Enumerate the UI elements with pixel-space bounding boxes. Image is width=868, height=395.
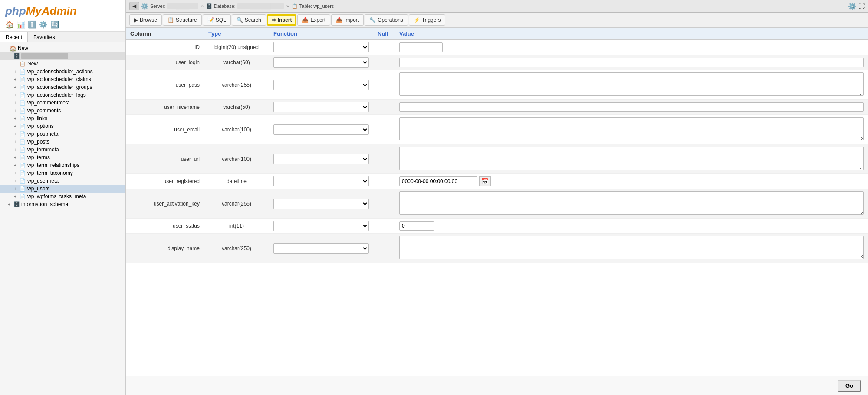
tab-favorites[interactable]: Favorites	[28, 32, 60, 42]
func-select-user_activation_key[interactable]	[273, 199, 369, 209]
table-wp_usermeta[interactable]: + 📄 wp_usermeta	[0, 177, 125, 185]
info-schema-label: information_schema	[21, 201, 68, 207]
topbar-gear-icon[interactable]: ⚙️	[848, 2, 857, 10]
browse-icon: ▶	[134, 17, 138, 23]
sql-button[interactable]: 📝 SQL	[203, 14, 231, 26]
db-icon[interactable]: 📊	[16, 20, 25, 29]
export-button[interactable]: 📤 Export	[297, 14, 330, 26]
type-user_activation_key: varchar(255)	[204, 189, 269, 219]
browse-button[interactable]: ▶ Browse	[129, 14, 162, 26]
table-wp_posts[interactable]: + 📄 wp_posts	[0, 138, 125, 146]
logo: phpMyAdmin	[5, 4, 120, 18]
operations-button[interactable]: 🔧 Operations	[365, 14, 408, 26]
table-wp_users[interactable]: + 📄 wp_users	[0, 185, 125, 193]
tree-information-schema[interactable]: + 🗄️ information_schema	[0, 200, 125, 208]
calendar-button[interactable]: 📅	[479, 176, 491, 186]
expand-info-schema: +	[6, 201, 12, 207]
tree-new-db[interactable]: 📋 New	[0, 60, 125, 68]
search-button[interactable]: 🔍 Search	[232, 14, 266, 26]
expand-new-db	[12, 61, 18, 67]
func-select-user_url[interactable]	[273, 154, 369, 164]
go-button[interactable]: Go	[838, 380, 861, 392]
table-wp_term_taxonomy[interactable]: + 📄 wp_term_taxonomy	[0, 169, 125, 177]
back-button[interactable]: ◀	[129, 2, 139, 10]
table-icon-t13: 📄	[19, 162, 26, 168]
operations-icon: 🔧	[369, 17, 376, 23]
input-user_url[interactable]	[399, 147, 864, 170]
input-display_name[interactable]	[399, 236, 864, 259]
table-wp_termmeta[interactable]: + 📄 wp_termmeta	[0, 146, 125, 153]
input-user_pass[interactable]	[399, 72, 864, 96]
func-select-ID[interactable]	[273, 42, 369, 52]
structure-button[interactable]: 📋 Structure	[163, 14, 202, 26]
input-user_nicename[interactable]	[399, 102, 864, 112]
func-user_login	[269, 55, 373, 70]
func-select-user_pass[interactable]	[273, 80, 369, 90]
import-button[interactable]: 📥 Import	[331, 14, 364, 26]
triggers-button[interactable]: ⚡ Triggers	[409, 14, 446, 26]
sql-icon: 📝	[207, 17, 214, 23]
blurred-db-name: ████████	[21, 53, 68, 59]
table-wp_actionscheduler_actions[interactable]: + 📄 wp_actionscheduler_actions	[0, 68, 125, 75]
input-ID[interactable]	[399, 42, 443, 52]
col-ID: ID	[126, 40, 204, 55]
input-user_email[interactable]	[399, 117, 864, 140]
tab-recent[interactable]: Recent	[0, 32, 28, 42]
table-wp_comments[interactable]: + 📄 wp_comments	[0, 107, 125, 114]
func-select-user_login[interactable]	[273, 57, 369, 68]
col-header-type: Type	[204, 28, 269, 40]
table-wp_actionscheduler_logs[interactable]: + 📄 wp_actionscheduler_logs	[0, 91, 125, 99]
input-user_login[interactable]	[399, 58, 864, 67]
col-user_nicename: user_nicename	[126, 100, 204, 115]
import-icon: 📥	[336, 17, 342, 23]
input-user_status[interactable]	[399, 221, 434, 231]
table-wp_commentmeta[interactable]: + 📄 wp_commentmeta	[0, 99, 125, 107]
tree-new-top[interactable]: 🏠 New	[0, 44, 125, 52]
expand-t7: +	[12, 115, 18, 121]
null-display_name	[373, 234, 395, 263]
topbar-settings-icon[interactable]: ⚙️	[141, 3, 148, 10]
table-icon-t15: 📄	[19, 178, 26, 184]
table-icon-t5: 📄	[19, 100, 26, 106]
table-wp_term_relationships[interactable]: + 📄 wp_term_relationships	[0, 161, 125, 169]
table-label-t2: wp_actionscheduler_claims	[27, 76, 91, 82]
home-icon[interactable]: 🏠	[5, 20, 14, 29]
logo-admin: Admin	[42, 4, 77, 17]
func-select-display_name[interactable]	[273, 243, 369, 254]
table-label-t14: wp_term_taxonomy	[27, 170, 73, 176]
table-icon-t2: 📄	[19, 76, 26, 82]
input-user_registered[interactable]	[399, 176, 477, 186]
func-user_nicename	[269, 100, 373, 115]
expand-t12: +	[12, 154, 18, 160]
col-header-function: Function	[269, 28, 373, 40]
table-wp_actionscheduler_claims[interactable]: + 📄 wp_actionscheduler_claims	[0, 75, 125, 83]
func-select-user_nicename[interactable]	[273, 102, 369, 112]
func-user_pass	[269, 70, 373, 100]
sidebar: phpMyAdmin 🏠 📊 ℹ️ ⚙️ 🔄 Recent Favorites …	[0, 0, 126, 395]
input-user_activation_key[interactable]	[399, 191, 864, 215]
table-wp_actionscheduler_groups[interactable]: + 📄 wp_actionscheduler_groups	[0, 83, 125, 91]
table-wp_links[interactable]: + 📄 wp_links	[0, 114, 125, 122]
refresh-icon[interactable]: 🔄	[50, 20, 59, 29]
info-icon[interactable]: ℹ️	[28, 20, 36, 29]
func-select-user_registered[interactable]	[273, 176, 369, 186]
tree-blurred-db[interactable]: − 🗄️ ████████	[0, 52, 125, 60]
func-select-user_status[interactable]	[273, 221, 369, 231]
table-wp_options[interactable]: + 📄 wp_options	[0, 122, 125, 130]
func-select-user_email[interactable]	[273, 124, 369, 135]
col-header-column: Column	[126, 28, 204, 40]
logo-php: php	[5, 4, 26, 17]
table-wp_postmeta[interactable]: + 📄 wp_postmeta	[0, 130, 125, 138]
table-wp_terms[interactable]: + 📄 wp_terms	[0, 153, 125, 161]
insert-button[interactable]: ⇨ Insert	[267, 14, 297, 26]
expand-t4: +	[12, 92, 18, 98]
type-user_pass: varchar(255)	[204, 70, 269, 100]
value-user_pass	[395, 70, 868, 100]
structure-label: Structure	[176, 17, 197, 23]
col-user_email: user_email	[126, 115, 204, 144]
topbar-db-label: Database:	[214, 3, 236, 9]
table-wp_wpforms_tasks_meta[interactable]: + 📄 wp_wpforms_tasks_meta	[0, 193, 125, 200]
expand-t17: +	[12, 193, 18, 199]
settings-icon[interactable]: ⚙️	[39, 20, 48, 29]
topbar-resize-icon[interactable]: ⛶	[858, 3, 865, 10]
